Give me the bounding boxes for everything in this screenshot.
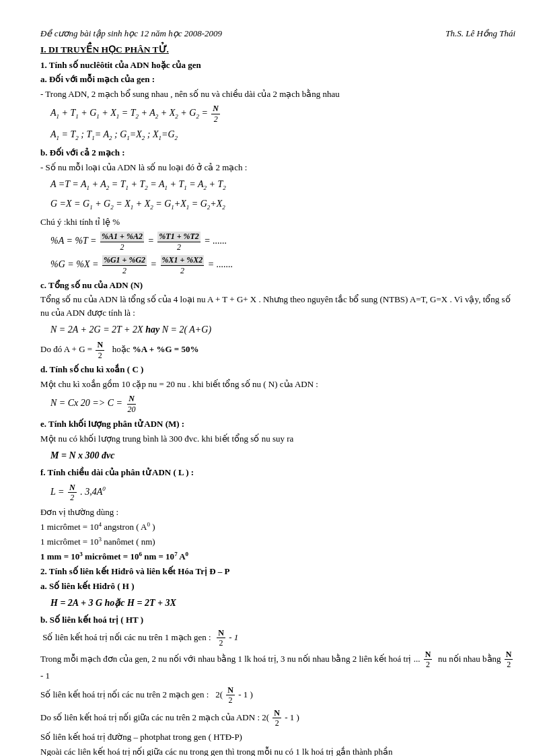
- header-right: Th.S. Lê Hồng Thái: [445, 27, 515, 40]
- header-left: Đề cương bài tập sinh học 12 năm học 200…: [40, 27, 222, 40]
- b-formula1: A =T = A1 + A2 = T1 + T2 = A1 + T1 = A2 …: [50, 177, 515, 193]
- d-line1: Một chu kì xoắn gồm 10 cặp nu = 20 nu . …: [40, 378, 515, 391]
- formula-equality: A1 = T2 ; T1= A2 ; G1=X2 ; X1=G2: [50, 127, 515, 143]
- formula-n-half: A1 + T1 + G1 + X1 = T2 + A2 + X2 + G2 = …: [50, 104, 515, 124]
- header: Đề cương bài tập sinh học 12 năm học 200…: [40, 27, 515, 40]
- b2-line6: Ngoài các liên kết hoá trị nối giữa các …: [40, 745, 515, 756]
- b-title: b. Đối với cả 2 mạch :: [40, 146, 515, 160]
- c-note: Do đó A + G = N 2 hoặc %A + %G = 50%: [40, 340, 515, 360]
- b2-line1: Số liên kết hoá trị nối các nu trên 1 mạ…: [40, 628, 515, 648]
- b-formula2: G =X = G1 + G2 = X1 + X2 = G1+X1 = G2+X2: [50, 197, 515, 212]
- sub2: 2. Tính số liên kết Hiđrô và liên kết Hó…: [40, 565, 515, 578]
- a2-formula: H = 2A + 3 G hoặc H = 2T + 3X: [50, 596, 515, 610]
- section1-title: I. DI TRUYỀN HỌC PHÂN TỬ.: [40, 43, 515, 57]
- e-line1: Một nu có khối lượng trung bình là 300 đ…: [40, 432, 515, 446]
- page: Đề cương bài tập sinh học 12 năm học 200…: [40, 27, 515, 756]
- f-title: f. Tính chiều dài của phân tử ADN ( L ) …: [40, 466, 515, 479]
- c-title: c. Tổng số nu của ADN (N): [40, 279, 515, 292]
- f-formula: L = N 2 . 3,4A0: [50, 483, 515, 503]
- fraction-n2: N 2: [211, 104, 220, 124]
- percent-AT: %A = %T = %A1 + %A2 2 = %T1 + %T2 2 = ..…: [50, 232, 515, 252]
- b2-line4: Do số liên kết hoá trị nối giữa các nu t…: [40, 708, 515, 728]
- b2-line2: Trong mỗi mạch đơn của gen, 2 nu nối với…: [40, 650, 515, 683]
- c-line1: Tổng số nu của ADN là tổng số của 4 loại…: [40, 293, 515, 319]
- e-title: e. Tính khối lượng phân tử ADN (M) :: [40, 417, 515, 431]
- a-title: a. Đối với mỗi mạch của gen :: [40, 73, 515, 86]
- a2-title: a. Số liên kết Hiđrô ( H ): [40, 580, 515, 593]
- b-line1: - Số nu mỗi loại của ADN là số nu loại đ…: [40, 161, 515, 174]
- b2-line3: Số liên kết hoá trị nối các nu trên 2 mạ…: [40, 685, 515, 706]
- sub1: 1. Tính số nuclêôtit của ADN hoặc của ge…: [40, 59, 515, 72]
- e-formula: M = N x 300 đvc: [50, 448, 515, 462]
- b2-line5: Số liên kết hoá trị đường – photphat tro…: [40, 730, 515, 744]
- unit3: 1 mm = 103 micrômet = 106 nm = 107 A0: [40, 549, 515, 563]
- unit1: 1 micrômet = 104 angstron ( A0 ): [40, 520, 515, 534]
- unit2: 1 micrômet = 103 nanômet ( nm): [40, 535, 515, 549]
- b2-title: b. Số liên kết hoá trị ( HT ): [40, 613, 515, 627]
- unit-intro: Đơn vị thường dùng :: [40, 506, 515, 519]
- a-line1: - Trong ADN, 2 mạch bổ sung nhau , nên s…: [40, 88, 515, 101]
- c-formula: N = 2A + 2G = 2T + 2X hay N = 2( A+G): [50, 322, 515, 337]
- percent-GX: %G = %X = %G1 + %G2 2 = %X1 + %X2 2 = ..…: [50, 255, 515, 275]
- b-note: Chú ý :khi tính tỉ lệ %: [40, 215, 515, 229]
- d-title: d. Tính số chu kì xoắn ( C ): [40, 363, 515, 376]
- d-formula: N = Cx 20 => C = N 20: [50, 394, 515, 414]
